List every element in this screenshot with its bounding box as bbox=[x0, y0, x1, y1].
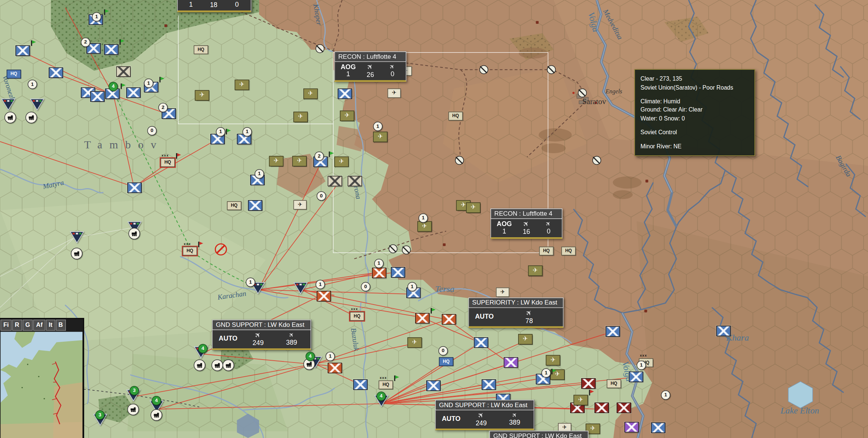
minimap-button-fi[interactable]: Fi bbox=[0, 320, 11, 331]
tooltip-control: Soviet Control bbox=[641, 128, 749, 137]
tooltip-minor-river: Minor River: NE bbox=[641, 142, 749, 150]
minimap-button-it[interactable]: It bbox=[46, 320, 55, 331]
air-directive-box[interactable]: RECON : Luftflotte 4AOG1✈26✈0 bbox=[334, 51, 406, 81]
directive-mode-value: 1 bbox=[180, 1, 202, 9]
minimap[interactable]: FiRGAfItB bbox=[0, 318, 84, 438]
directive-mode: AOG bbox=[493, 220, 515, 228]
directive-mode: AUTO bbox=[215, 335, 241, 343]
air-directive-box[interactable]: SUPERIORITY : LW Kdo EastAUTO✈78 bbox=[468, 297, 564, 328]
minimap-button-b[interactable]: B bbox=[56, 320, 66, 331]
tooltip-region: Soviet Union(Saratov) - Poor Roads bbox=[641, 83, 749, 92]
minimap-button-r[interactable]: R bbox=[12, 320, 22, 331]
tooltip-water-snow: Water: 0 Snow: 0 bbox=[641, 115, 749, 123]
directive-mode-value: 1 bbox=[337, 71, 359, 79]
directive-mode: AUTO bbox=[471, 313, 498, 321]
air-directive-body: AOG1✈16✈0 bbox=[491, 219, 562, 239]
hex-info-tooltip: Clear - 273, 135 Soviet Union(Saratov) -… bbox=[634, 69, 755, 156]
air-directive-header: GND SUPPORT : LW Kdo East bbox=[489, 431, 588, 438]
minimap-europe[interactable] bbox=[0, 331, 83, 438]
air-directive-body: AOG1✈18✈0 bbox=[177, 0, 251, 12]
tooltip-climate: Climate: Humid bbox=[641, 97, 749, 106]
game-map[interactable]: TambovSaratovEngelsMatyraVoronaKarachanB… bbox=[0, 0, 868, 438]
directive-mode: AOG bbox=[337, 63, 359, 71]
map-terrain bbox=[0, 0, 868, 438]
air-directive-box[interactable]: GND SUPPORT : LW Kdo EastAUTO✈249✈389 bbox=[435, 400, 534, 430]
air-directive-body: AUTO✈78 bbox=[468, 308, 564, 328]
directive-mode-value: 1 bbox=[493, 228, 515, 236]
minimap-button-bar: FiRGAfItB bbox=[0, 319, 83, 331]
minimap-button-g[interactable]: G bbox=[23, 320, 33, 331]
air-directive-body: AUTO✈249✈389 bbox=[435, 410, 534, 430]
air-directive-box[interactable]: AOG1✈18✈0 bbox=[177, 0, 251, 12]
tooltip-ground-air: Ground: Clear Air: Clear bbox=[641, 106, 749, 114]
air-directive-box[interactable]: RECON : Luftflotte 4AOG1✈16✈0 bbox=[491, 209, 562, 239]
air-directive-body: AOG1✈26✈0 bbox=[334, 62, 406, 82]
air-directive-box[interactable]: GND SUPPORT : LW Kdo East bbox=[489, 431, 588, 438]
directive-mode: AUTO bbox=[438, 416, 464, 423]
minimap-button-af[interactable]: Af bbox=[33, 320, 45, 331]
air-directive-body: AUTO✈249✈389 bbox=[212, 330, 311, 350]
air-directive-box[interactable]: GND SUPPORT : LW Kdo EastAUTO✈249✈389 bbox=[212, 320, 311, 350]
tooltip-terrain-coords: Clear - 273, 135 bbox=[641, 75, 749, 83]
